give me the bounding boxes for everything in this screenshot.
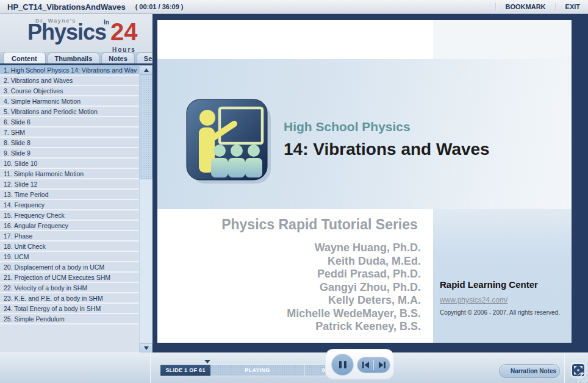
- logo-number: 24: [110, 18, 138, 46]
- slide-stepper: [357, 357, 390, 373]
- player-bar-separator: [564, 353, 565, 383]
- toc-item[interactable]: 11. Simple Harmonic Motion: [0, 169, 139, 179]
- tab-bar: ContentThumbnailsNotesSearch: [0, 52, 152, 65]
- playhead-marker-icon[interactable]: [204, 360, 210, 363]
- author-line: Michelle WedeMayer, B.S.: [206, 307, 421, 321]
- author-line: Kelly Deters, M.A.: [206, 294, 421, 307]
- slide-counter: SLIDE 1 OF 61: [160, 365, 210, 376]
- toc-item[interactable]: 9. Slide 9: [0, 148, 139, 159]
- tab-notes[interactable]: Notes: [101, 52, 135, 63]
- skip-previous-icon: [362, 362, 370, 368]
- pause-button[interactable]: [331, 354, 354, 376]
- titlebar-separator: [495, 3, 497, 10]
- title-bar: HP_CT14_VibrationsAndWaves ( 00:01 / 36:…: [0, 0, 588, 14]
- sidebar: Dr. Wayne's Physics In 24 Hours ContentT…: [0, 14, 152, 353]
- previous-slide-button[interactable]: [357, 357, 373, 373]
- slide-title: 14: Vibrations and Waves: [284, 140, 490, 159]
- copyright-text: Copyright © 2006 - 2007. All rights rese…: [440, 309, 560, 316]
- resize-grip[interactable]: [578, 373, 587, 382]
- toc-item[interactable]: 25. Simple Pendulum: [0, 314, 139, 324]
- scrollbar-thumb[interactable]: [140, 74, 152, 179]
- toc-item[interactable]: 3. Course Objectives: [0, 86, 139, 96]
- skip-next-icon: [378, 362, 386, 368]
- slide-eyebrow: High School Physics: [284, 120, 411, 134]
- total-time-indicator: ( 00:01 / 36:09 ): [135, 3, 184, 10]
- classroom-icon: [182, 95, 273, 188]
- author-line: Peddi Prasad, Ph.D.: [206, 268, 421, 281]
- toc-item[interactable]: 14. Frequency: [0, 200, 139, 210]
- logo-word: Physics: [27, 20, 106, 45]
- pause-icon: [344, 361, 346, 368]
- pause-icon: [339, 361, 342, 368]
- toc-item[interactable]: 21. Projection of UCM Executes SHM: [0, 273, 139, 283]
- narration-notes-label: Narration Notes: [511, 368, 556, 374]
- toc-item[interactable]: 17. Phase: [0, 231, 139, 242]
- toc-item[interactable]: 22. Velocity of a body in SHM: [0, 283, 139, 293]
- author-line: Gangyi Zhou, Ph.D.: [206, 281, 421, 295]
- toc-panel: 1. High School Physics 14: Vibrations an…: [0, 65, 152, 353]
- series-title: Physics Rapid Tutorial Series: [206, 217, 433, 233]
- tab-content[interactable]: Content: [3, 52, 46, 63]
- slide-stage: High School Physics 14: Vibrations and W…: [152, 14, 588, 353]
- narration-notes-button[interactable]: Narration Notes: [499, 364, 560, 378]
- bookmark-button[interactable]: BOOKMARK: [498, 3, 554, 10]
- toc-item[interactable]: 15. Frequency Check: [0, 210, 139, 221]
- scroll-up-button[interactable]: [140, 65, 152, 74]
- authors: Wayne Huang, Ph.D.Keith Duda, M.Ed.Peddi…: [206, 242, 421, 334]
- next-slide-button[interactable]: [374, 357, 390, 373]
- toc-item[interactable]: 20. Displacement of a body in UCM: [0, 262, 139, 273]
- slide-right-column-bottom: [433, 209, 572, 343]
- titlebar-separator: [555, 3, 556, 10]
- window-title: HP_CT14_VibrationsAndWaves: [7, 2, 126, 12]
- toc-item[interactable]: 12. Slide 12: [0, 179, 139, 190]
- chevron-up-icon: [144, 68, 149, 72]
- toc-item[interactable]: 19. UCM: [0, 252, 139, 262]
- playback-controls: [325, 349, 394, 379]
- toc-item[interactable]: 7. SHM: [0, 127, 139, 138]
- scrollbar-track[interactable]: [140, 179, 152, 343]
- toc-item[interactable]: 24. Total Energy of a body in SHM: [0, 304, 139, 314]
- author-line: Keith Duda, M.Ed.: [206, 255, 421, 268]
- physics24-logo: Dr. Wayne's Physics In 24 Hours: [0, 14, 152, 52]
- toc-item[interactable]: 18. Unit Check: [0, 242, 139, 252]
- logo-hours: Hours: [112, 46, 136, 52]
- toc-list: 1. High School Physics 14: Vibrations an…: [0, 65, 139, 353]
- logo-in: In: [104, 19, 109, 26]
- toc-item[interactable]: 16. Angular Frequency: [0, 221, 139, 231]
- toc-item[interactable]: 2. Vibrations and Waves: [0, 76, 139, 86]
- toc-item[interactable]: 8. Slide 8: [0, 138, 139, 148]
- exit-button[interactable]: EXIT: [558, 3, 588, 10]
- chevron-down-icon: [144, 346, 149, 350]
- main-area: Dr. Wayne's Physics In 24 Hours ContentT…: [0, 14, 588, 353]
- slide-right-column-top: [433, 20, 572, 59]
- toc-item[interactable]: 13. Time Period: [0, 190, 139, 200]
- tab-thumbnails[interactable]: Thumbnails: [48, 52, 100, 63]
- org-url-link[interactable]: www.physics24.com/: [440, 296, 507, 304]
- toc-scrollbar: [139, 65, 152, 353]
- player-bar: SLIDE 1 OF 61 PLAYING 00:01 / 00:05: [0, 353, 588, 383]
- player-bar-separator: [150, 353, 151, 383]
- toc-item[interactable]: 1. High School Physics 14: Vibrations an…: [0, 65, 139, 76]
- toc-item[interactable]: 4. Simple Harmonic Motion: [0, 96, 139, 107]
- scroll-down-button[interactable]: [140, 343, 152, 353]
- author-line: Wayne Huang, Ph.D.: [206, 242, 421, 255]
- org-name: Rapid Learning Center: [440, 279, 538, 290]
- toc-item[interactable]: 6. Slide 6: [0, 117, 139, 127]
- slide-canvas: High School Physics 14: Vibrations and W…: [157, 20, 572, 343]
- toc-item[interactable]: 5. Vibrations and Periodic Motion: [0, 107, 139, 117]
- toc-item[interactable]: 10. Slide 10: [0, 159, 139, 169]
- toc-item[interactable]: 23. K.E. and P.E. of a body in SHM: [0, 293, 139, 304]
- playback-status: PLAYING: [210, 365, 304, 376]
- author-line: Patrick Keeney, B.S.: [206, 320, 421, 334]
